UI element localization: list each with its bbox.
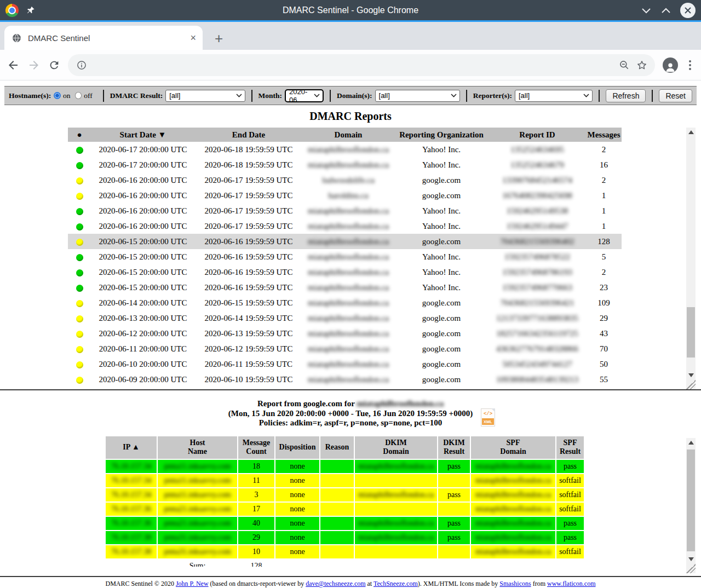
reset-button[interactable]: Reset [659,89,692,102]
ip-cell-redacted: 76.10.157.36 [111,519,152,527]
hostname-off-radio[interactable] [75,92,82,99]
column-dkim-domain[interactable]: DKIM Domain [355,436,437,459]
report-row[interactable]: 2020-06-16 20:00:00 UTC2020-06-17 19:59:… [68,172,622,188]
green-status-dot-icon [76,147,83,154]
new-tab-button[interactable]: + [215,31,223,45]
dmarc-result-select[interactable]: [all] [165,90,245,102]
disposition-cell: none [275,545,319,558]
domain-cell-redacted: miataphilbrooflondon.ca [308,206,389,215]
domain-cell: miataphilbrooflondon.ca [302,310,394,326]
report-row[interactable]: 2020-06-14 20:00:00 UTC2020-06-15 19:59:… [68,295,622,310]
report-row[interactable]: 2020-06-11 20:00:00 UTC2020-06-12 19:59:… [68,341,622,356]
refresh-button[interactable]: Refresh [606,89,646,102]
column-host-name[interactable]: Host Name [158,436,237,459]
report-row[interactable]: 2020-06-16 20:00:00 UTC2020-06-17 19:59:… [68,188,622,203]
start-date-cell: 2020-06-12 20:00:00 UTC [91,326,195,341]
footer-link[interactable]: dave@techsneeze.com [306,580,365,587]
detail-scrollbar[interactable] [686,438,696,564]
scrollbar-thumb[interactable] [687,307,695,358]
status-dot-cell [68,157,91,172]
resize-grip[interactable] [686,380,696,389]
report-row[interactable]: 2020-06-15 20:00:00 UTC2020-06-16 19:59:… [68,280,622,295]
report-row[interactable]: 2020-06-15 20:00:00 UTC2020-06-16 19:59:… [68,234,622,249]
domain-cell: miataphilbrooflondon.ca [302,142,394,157]
report-row[interactable]: 2020-06-17 20:00:00 UTC2020-06-18 19:59:… [68,157,622,172]
report-row[interactable]: 2020-06-16 20:00:00 UTC2020-06-17 19:59:… [68,218,622,234]
profile-avatar[interactable] [663,57,678,73]
report-id-cell-redacted: 50534524349744127 [502,360,572,368]
report-row[interactable]: 2020-06-16 20:00:00 UTC2020-06-17 19:59:… [68,203,622,218]
detail-heading-domain-redacted: miataphilbrooflondon.ca [357,399,444,408]
messages-cell: 5 [586,249,622,264]
end-date-cell: 2020-06-10 19:59:59 UTC [195,372,302,387]
report-row[interactable]: 2020-06-09 20:00:00 UTC2020-06-10 19:59:… [68,372,622,387]
column-ip[interactable]: IP ▲ [106,436,157,459]
report-row[interactable]: 2020-06-10 20:00:00 UTC2020-06-11 19:59:… [68,356,622,372]
column-disposition[interactable]: Disposition [275,436,319,459]
report-row[interactable]: 2020-06-12 20:00:00 UTC2020-06-13 19:59:… [68,326,622,341]
status-dot-cell [68,372,91,387]
dkim-domain-cell-redacted: miataphilbrooflondon.ca [358,519,434,527]
bookmark-star-icon[interactable] [636,60,647,71]
window-close-button[interactable] [680,3,696,18]
reporting-org-cell: google.com [394,188,489,203]
domain-select[interactable]: [all] [375,90,460,102]
page-info-icon[interactable] [77,60,87,70]
column-status-dot[interactable]: ● [68,128,91,142]
yellow-status-dot-icon [76,300,83,307]
footer-link[interactable]: Smashicons [499,580,531,587]
detail-heading-policies: Policies: adkim=r, aspf=r, p=none, sp=no… [0,418,701,428]
month-select[interactable]: 2020-06 [285,89,324,102]
column-spf-domain[interactable]: SPF Domain [471,436,555,459]
scrollbar-track[interactable] [686,137,696,371]
back-icon[interactable] [7,59,20,72]
status-dot-cell [68,264,91,280]
column-messages[interactable]: Messages [586,128,622,142]
menu-kebab-icon[interactable] [686,60,694,70]
scroll-down-icon[interactable] [686,555,696,564]
column-report-id[interactable]: Report ID [489,128,586,142]
scroll-up-icon[interactable] [686,438,696,447]
browser-tab[interactable]: DMARC Sentinel × [4,26,203,50]
reporter-select[interactable]: [all] [515,90,593,102]
column-start-date[interactable]: Start Date ▼ [91,128,195,142]
dkim-domain-cell-redacted: miataphilbrooflondon.ca [358,462,434,470]
scroll-down-icon[interactable] [686,371,696,380]
resize-grip[interactable] [686,564,696,573]
scrollbar-track[interactable] [686,447,696,555]
hostname-on-radio[interactable] [54,92,61,99]
column-dkim-result[interactable]: DKIM Result [438,436,470,459]
ip-cell-redacted: 76.10.157.38 [111,547,152,556]
report-row[interactable]: 2020-06-13 20:00:00 UTC2020-06-14 19:59:… [68,310,622,326]
xml-download-icon[interactable]: </> XML [481,408,495,426]
reporting-org-cell: google.com [394,172,489,188]
column-reporting-organization[interactable]: Reporting Organization [394,128,489,142]
start-date-cell: 2020-06-16 20:00:00 UTC [91,172,195,188]
reload-icon[interactable] [48,59,60,71]
scroll-up-icon[interactable] [686,128,696,137]
hostname-off-label[interactable]: off [84,91,93,100]
window-maximize-button[interactable] [660,7,671,14]
footer-link[interactable]: www.flaticon.com [547,580,596,587]
column-message-count[interactable]: Message Count [238,436,274,459]
start-date-cell: 2020-06-16 20:00:00 UTC [91,203,195,218]
report-row[interactable]: 2020-06-15 20:00:00 UTC2020-06-16 19:59:… [68,249,622,264]
address-bar[interactable] [68,54,655,76]
column-domain[interactable]: Domain [302,128,394,142]
tab-close-icon[interactable]: × [190,32,196,44]
window-minimize-button[interactable] [641,7,652,14]
reporting-org-cell: google.com [394,372,489,387]
footer-link[interactable]: John P. New [176,580,209,587]
column-spf-result[interactable]: SPF Result [556,436,584,459]
reports-scrollbar[interactable] [686,128,696,380]
hostname-on-label[interactable]: on [63,91,71,100]
report-row[interactable]: 2020-06-15 20:00:00 UTC2020-06-16 19:59:… [68,264,622,280]
scrollbar-thumb[interactable] [687,449,695,551]
footer-link[interactable]: TechSneeze.com [374,580,418,587]
zoom-out-icon[interactable] [619,60,630,71]
column-end-date[interactable]: End Date [195,128,302,142]
report-row[interactable]: 2020-06-17 20:00:00 UTC2020-06-18 19:59:… [68,142,622,157]
column-reason[interactable]: Reason [320,436,354,459]
dkim-domain-cell-redacted: miataphilbrooflondon.ca [358,533,434,541]
domain-label: Domain(s): [337,91,372,100]
